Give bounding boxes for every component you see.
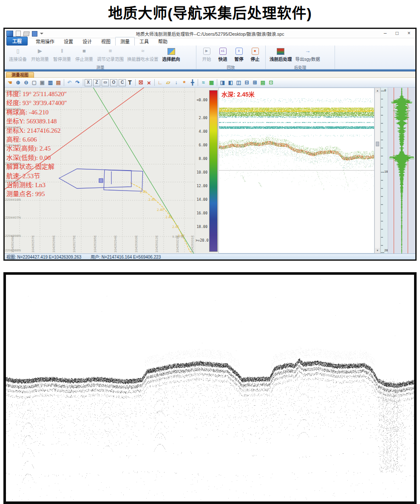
polygon-tool-icon[interactable]: ▱ <box>164 79 172 87</box>
seismic-profile-image <box>6 275 414 501</box>
marker-o-icon[interactable]: O <box>110 79 117 86</box>
colorbar-label: 8.00 <box>196 157 207 161</box>
ribbon: ▯ 连接设备 ▶ 开始测量 ‖ 暂停测量 ■ 停止测量 ≡ 调节记录范围 ≈ 换… <box>5 46 415 69</box>
toolbar-separator <box>217 79 217 86</box>
easting-label: 10426275E <box>72 235 76 253</box>
button-label: 快进 <box>219 56 227 62</box>
sonar-scrollbar[interactable]: ▲ ▼ <box>375 88 380 253</box>
layout-hsplit-icon[interactable]: ⊟ <box>243 79 251 87</box>
transducer-draft-button[interactable]: ≈ 换能器吃水设置 <box>126 47 160 63</box>
layout-right-icon[interactable]: ◨ <box>219 79 227 87</box>
ribbon-group-postprocess: 浅剖后处理 → 导出sgy数据 后处理 <box>266 46 335 71</box>
current-depth-label: 水深: 2.45米 <box>221 90 255 98</box>
tab-measure-view[interactable]: 测量视图 <box>6 72 34 78</box>
playback-stop-button[interactable]: ■ 停止 <box>247 47 263 63</box>
move-tool-icon[interactable]: ╋ <box>188 79 196 87</box>
scrollbar-thumb[interactable] <box>376 142 379 146</box>
colorbar-label: 4.00 <box>196 129 207 134</box>
marker-c-icon[interactable]: C <box>119 79 126 86</box>
scroll-up-icon[interactable]: ▲ <box>375 88 380 93</box>
wave-panel-icon[interactable]: ≈ <box>199 79 207 87</box>
menu-tab-help[interactable]: 帮助 <box>153 37 172 46</box>
close-button[interactable]: × <box>403 30 414 37</box>
marker-z-icon[interactable]: Z <box>93 79 100 86</box>
stop-measure-button[interactable]: ■ 停止测量 <box>74 47 95 63</box>
map-view[interactable]: 2204471N 2204462N 2204453N 2204444N 2204… <box>5 88 195 253</box>
subbottom-postprocess-button[interactable]: 浅剖后处理 <box>268 47 293 63</box>
pause-icon: ‖ <box>61 47 63 55</box>
marker-rect-icon[interactable]: ▭ <box>102 79 109 86</box>
colorbar-label: >=20.0 <box>196 238 207 242</box>
menu-tab-measure[interactable]: 测量 <box>115 37 135 46</box>
heading-image-icon <box>167 48 175 55</box>
device-icon: ▯ <box>16 47 19 55</box>
menu-tab-design[interactable]: 设计 <box>78 37 96 46</box>
scroll-down-icon[interactable]: ▼ <box>375 248 380 253</box>
text-tool-icon[interactable]: T <box>126 79 134 87</box>
connect-device-button[interactable]: ▯ 连接设备 <box>7 47 28 63</box>
delete-selected-icon[interactable]: ☒ <box>137 79 145 87</box>
play-icon: ▶ <box>38 47 42 55</box>
image-view-icon[interactable]: ▤ <box>54 79 62 87</box>
ribbon-group-playback: ▶ 开始 x1 快进 ‖ 暂停 ■ 停止 回放 <box>196 46 266 71</box>
zoom-in-icon[interactable]: ⊕ <box>14 79 22 87</box>
zoom-window-icon[interactable]: ▢ <box>30 79 38 87</box>
minimize-button[interactable]: – <box>380 30 391 37</box>
redo-icon[interactable]: ↷ <box>74 79 82 87</box>
pan-hand-icon[interactable]: ☚ <box>6 79 14 87</box>
zoom-out-icon[interactable]: ⊖ <box>22 79 30 87</box>
export-sgy-button[interactable]: → 导出sgy数据 <box>294 47 321 63</box>
layout-left-icon[interactable]: ◧ <box>227 79 235 87</box>
save-view-icon[interactable]: ↓ <box>172 79 180 87</box>
select-heading-button[interactable]: 选择航向 <box>161 47 182 63</box>
start-measure-button[interactable]: ▶ 开始测量 <box>29 47 51 63</box>
refresh-tool-icon[interactable]: * <box>180 79 188 87</box>
marker-x-icon[interactable]: X <box>85 79 92 86</box>
easting-label: 10426249E <box>11 235 14 253</box>
button-label: 换能器吃水设置 <box>127 56 159 62</box>
pause-measure-button[interactable]: ‖ 暂停测量 <box>51 47 73 63</box>
playback-start-button[interactable]: ▶ 开始 <box>199 47 214 63</box>
button-label: 停止 <box>251 56 260 62</box>
postprocess-image-icon <box>277 48 284 55</box>
draft-icon: ≈ <box>141 47 144 55</box>
status-bar: 视图: N=2204427.419 E=10426309.263 用户: N=2… <box>5 253 415 259</box>
menu-tab-settings[interactable]: 设置 <box>59 37 78 46</box>
axis-tool-icon[interactable]: ∟ <box>156 79 164 87</box>
layout-rows-icon[interactable]: ▤ <box>259 79 267 87</box>
colorbar-label: 14.00 <box>196 197 207 202</box>
pause-icon: ‖ <box>236 48 243 55</box>
easting-label: 10426266E <box>52 235 56 253</box>
signal-trace-panel[interactable] <box>388 88 415 253</box>
button-label: 开始测量 <box>31 56 49 62</box>
menu-tab-tools[interactable]: 工具 <box>135 37 153 46</box>
fast-forward-button[interactable]: x1 快进 <box>215 47 230 63</box>
menu-tab-project[interactable]: 工程 <box>6 37 28 46</box>
split-columns-icon[interactable]: ▥ <box>46 79 54 87</box>
stop-icon: ■ <box>82 47 86 55</box>
grid-panel-icon[interactable]: ▦ <box>207 79 216 87</box>
document-tab-bar: 测量视图 <box>5 71 415 78</box>
fit-extent-icon[interactable]: ▣ <box>38 79 46 87</box>
menu-tab-common-ops[interactable]: 常用操作 <box>31 37 59 46</box>
menu-tab-view[interactable]: 视图 <box>96 37 115 46</box>
track-depth-label: 2.40 <box>165 215 172 219</box>
layout-quad-icon[interactable]: ⊞ <box>251 79 259 87</box>
position-info-overlay: 纬度: 19° 25'11.48520'' 经度: 93° 39'39.4740… <box>6 90 67 199</box>
easting-label: 10426285E <box>93 235 97 253</box>
sonar-profile-view[interactable]: 水深: 2.45米 <box>219 88 375 253</box>
layout-mix-icon[interactable]: ⊡ <box>267 79 275 87</box>
easting-label: 10426257E <box>31 235 35 253</box>
colorbar-label: 2.00 <box>196 116 207 120</box>
menu-bar: 工程 常用操作 设置 设计 视图 测量 工具 帮助 <box>5 38 415 46</box>
undo-icon[interactable]: ↶ <box>65 79 74 87</box>
playback-pause-button[interactable]: ‖ 暂停 <box>231 47 247 63</box>
x1-speed-icon: x1 <box>219 48 227 55</box>
adjust-record-range-button[interactable]: ≡ 调节记录范围 <box>96 47 125 63</box>
delete-all-icon[interactable]: × <box>145 79 153 87</box>
layout-vsplit-icon[interactable]: ◫ <box>235 79 243 87</box>
button-label: 暂停测量 <box>53 56 71 62</box>
sonar-echogram <box>219 88 374 253</box>
maximize-button[interactable]: □ <box>392 30 403 37</box>
vessel-shape <box>59 169 143 191</box>
